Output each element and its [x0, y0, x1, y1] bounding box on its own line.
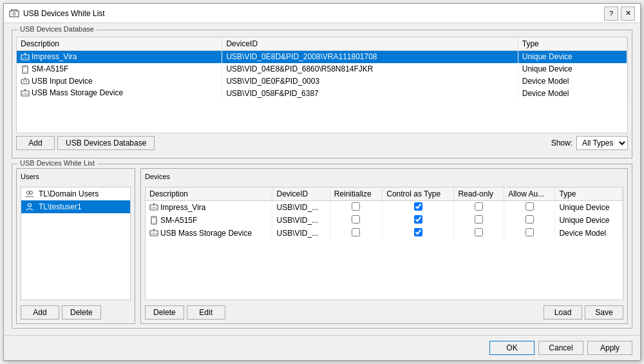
col-deviceid: DeviceID	[222, 37, 518, 51]
show-label: Show:	[551, 139, 573, 148]
database-table-container[interactable]: Description DeviceID Type Impress_Vira U…	[16, 37, 628, 133]
users-panel-label: Users	[21, 173, 131, 180]
svg-point-20	[24, 89, 26, 90]
dev-allow-cell[interactable]	[504, 201, 555, 215]
dev-readonly-cell[interactable]	[454, 214, 504, 227]
svg-point-26	[28, 204, 32, 207]
dev-control-cell[interactable]	[383, 227, 454, 240]
title-bar-controls: ? ✕	[604, 6, 635, 21]
read-only-checkbox[interactable]	[475, 215, 483, 224]
list-item[interactable]: TL\Domain Users	[21, 187, 130, 200]
svg-rect-0	[10, 11, 19, 17]
db-desc-cell: USB Mass Storage Device	[17, 87, 222, 99]
svg-point-4	[13, 12, 15, 15]
dev-col-deviceid: DeviceID	[272, 187, 330, 201]
users-add-button[interactable]: Add	[21, 305, 59, 320]
dev-type-cell: Unique Device	[555, 214, 623, 227]
reinitialize-checkbox[interactable]	[352, 202, 360, 211]
dev-readonly-cell[interactable]	[454, 227, 504, 240]
users-list[interactable]: TL\Domain Users TL\testuser1	[21, 187, 131, 300]
list-item[interactable]: TL\testuser1	[21, 200, 130, 213]
user-name: TL\Domain Users	[39, 189, 99, 198]
dev-col-reinit: Reinitialize	[330, 187, 383, 201]
svg-point-7	[24, 53, 26, 54]
dev-readonly-cell[interactable]	[454, 201, 504, 215]
dev-reinit-cell[interactable]	[330, 214, 383, 227]
window-icon	[9, 8, 19, 19]
dev-col-type: Type	[555, 187, 623, 201]
reinitialize-checkbox[interactable]	[352, 228, 360, 236]
footer: OK Cancel Apply	[4, 335, 640, 360]
reinitialize-checkbox[interactable]	[352, 215, 360, 224]
database-toolbar-left: Add USB Devices Database	[16, 136, 155, 150]
db-type-cell: Unique Device	[518, 63, 627, 75]
window-content: USB Devices Database Description DeviceI…	[4, 23, 640, 335]
devices-panel: Devices Description DeviceID Reinitializ…	[140, 168, 628, 324]
devices-table-container[interactable]: Description DeviceID Reinitialize Contro…	[145, 187, 623, 300]
table-row[interactable]: USB Mass Storage Device USB\VID_... Devi…	[146, 227, 623, 240]
devices-toolbar-left: Delete Edit	[145, 305, 225, 320]
user-name: TL\testuser1	[39, 202, 82, 211]
dev-reinit-cell[interactable]	[330, 201, 383, 215]
table-row[interactable]: SM-A515F USB\VID_... Unique Device	[146, 214, 623, 227]
close-button[interactable]: ✕	[621, 6, 635, 21]
db-deviceid-cell: USB\VID_058F&PID_6387	[222, 87, 518, 99]
dev-control-cell[interactable]	[383, 214, 454, 227]
read-only-checkbox[interactable]	[475, 228, 483, 236]
help-button[interactable]: ?	[604, 6, 618, 21]
dev-col-allow: Allow Au...	[504, 187, 555, 201]
dev-col-desc: Description	[146, 187, 272, 201]
svg-point-16	[26, 81, 27, 82]
users-panel: Users TL\Domain Users TL\testuser1 Add D…	[16, 168, 135, 324]
devices-save-button[interactable]: Save	[585, 305, 623, 320]
db-type-cell: Device Model	[518, 75, 627, 88]
devices-delete-button[interactable]: Delete	[145, 305, 184, 320]
svg-rect-14	[21, 79, 29, 84]
read-only-checkbox[interactable]	[475, 202, 483, 211]
usb-database-group: USB Devices Database Description DeviceI…	[12, 30, 632, 158]
cancel-button[interactable]: Cancel	[538, 341, 583, 355]
table-row[interactable]: SM-A515F USB\VID_04E8&PID_6860\R58N814FJ…	[17, 63, 627, 75]
devices-load-button[interactable]: Load	[544, 305, 582, 320]
dev-allow-cell[interactable]	[504, 214, 555, 227]
svg-point-15	[23, 81, 24, 82]
allow-au-checkbox[interactable]	[526, 215, 534, 224]
allow-au-checkbox[interactable]	[526, 202, 534, 211]
dev-type-cell: Unique Device	[555, 201, 623, 215]
table-row[interactable]: USB Mass Storage Device USB\VID_058F&PID…	[17, 87, 627, 99]
ok-button[interactable]: OK	[489, 341, 535, 355]
dev-col-control: Control as Type	[383, 187, 454, 201]
table-row[interactable]: USB Input Device USB\VID_0E0F&PID_0003 D…	[17, 75, 627, 88]
apply-button[interactable]: Apply	[587, 341, 632, 355]
dev-type-cell: Device Model	[555, 227, 623, 240]
devices-table: Description DeviceID Reinitialize Contro…	[146, 187, 623, 240]
add-button[interactable]: Add	[16, 136, 55, 150]
dev-desc-cell: SM-A515F	[146, 214, 272, 227]
usb-database-button[interactable]: USB Devices Database	[57, 136, 155, 150]
table-row[interactable]: Impress_Vira USB\VID_0E8D&PID_2008\VRA11…	[17, 51, 627, 63]
dev-control-cell[interactable]	[383, 201, 454, 215]
dev-deviceid-cell: USB\VID_...	[272, 201, 330, 215]
control-as-type-checkbox[interactable]	[414, 215, 422, 224]
dev-reinit-cell[interactable]	[330, 227, 383, 240]
title-bar: USB Devices White List ? ✕	[4, 4, 640, 23]
database-toolbar-right: Show: All Types	[551, 136, 628, 150]
db-type-cell: Device Model	[518, 87, 627, 99]
users-delete-button[interactable]: Delete	[62, 305, 101, 320]
control-as-type-checkbox[interactable]	[414, 202, 422, 211]
window-title: USB Devices White List	[23, 9, 105, 18]
devices-edit-button[interactable]: Edit	[187, 305, 225, 320]
dev-deviceid-cell: USB\VID_...	[272, 227, 330, 240]
whitelist-group: USB Devices White List Users TL\Domain U…	[12, 164, 632, 329]
db-desc-cell: USB Input Device	[17, 75, 222, 88]
dev-allow-cell[interactable]	[504, 227, 555, 240]
control-as-type-checkbox[interactable]	[414, 228, 422, 236]
show-select[interactable]: All Types	[576, 136, 628, 150]
dev-col-readonly: Read-only	[454, 187, 504, 201]
svg-point-29	[153, 203, 155, 204]
table-row[interactable]: Impress_Vira USB\VID_... Unique Device	[146, 201, 623, 215]
users-panel-toolbar: Add Delete	[21, 305, 131, 320]
bottom-section: Users TL\Domain Users TL\testuser1 Add D…	[16, 168, 628, 324]
dev-desc-cell: Impress_Vira	[146, 201, 272, 215]
allow-au-checkbox[interactable]	[526, 228, 534, 236]
